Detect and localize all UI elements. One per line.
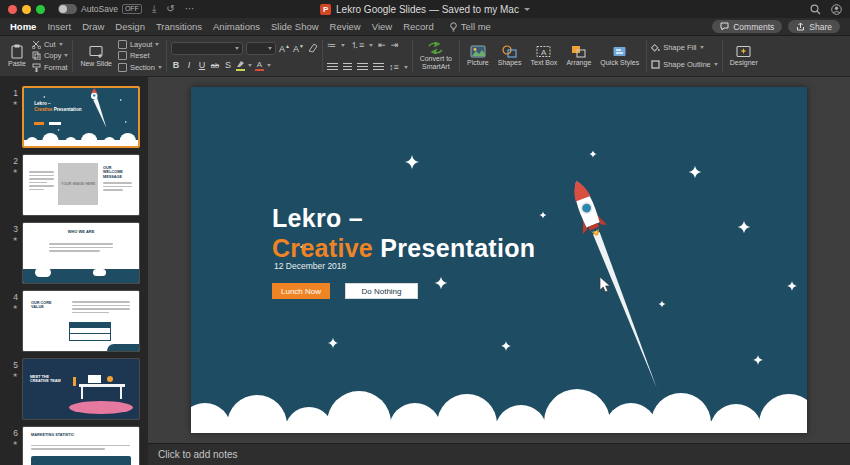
picture-label: Picture: [467, 59, 489, 67]
tab-design[interactable]: Design: [115, 21, 145, 32]
transition-star-icon: ★: [13, 371, 18, 378]
bold-button[interactable]: B: [171, 59, 181, 72]
paste-button[interactable]: Paste: [5, 38, 29, 74]
highlight-color-button[interactable]: [236, 60, 245, 71]
slide-number: 1: [13, 88, 18, 98]
slide-thumbnail-5[interactable]: MEET THE CREATIVE TEAM: [22, 358, 140, 420]
search-icon[interactable]: [810, 4, 821, 15]
increase-indent-button[interactable]: ⇥: [391, 40, 399, 50]
italic-button[interactable]: I: [184, 59, 194, 72]
thumb4-text-lines: [72, 299, 130, 315]
font-name-select[interactable]: [171, 42, 243, 55]
slide-date-textbox[interactable]: 12 December 2018: [274, 261, 346, 271]
copy-button[interactable]: Copy: [32, 50, 69, 61]
slide-primary-button[interactable]: Lunch Now: [272, 283, 330, 299]
decrease-font-button[interactable]: A▼: [293, 40, 304, 56]
minimize-window-button[interactable]: [22, 5, 31, 14]
slide-thumbnail-4[interactable]: OUR CORE VALUE: [22, 290, 140, 352]
close-window-button[interactable]: [8, 5, 17, 14]
transition-star-icon: ★: [13, 167, 18, 174]
slide-secondary-button[interactable]: Do Nothing: [345, 283, 418, 299]
align-right-button[interactable]: [357, 63, 368, 71]
format-painter-button[interactable]: Format: [32, 62, 69, 73]
picture-button[interactable]: Picture: [464, 38, 492, 74]
document-title-area[interactable]: P Lekro Google Slides — Saved to my Mac: [320, 4, 530, 15]
undo-icon[interactable]: ↺: [166, 4, 174, 14]
tab-record[interactable]: Record: [403, 21, 434, 32]
shape-outline-label: Shape Outline: [663, 60, 711, 69]
align-center-button[interactable]: [343, 63, 352, 71]
slide-thumbnail-2[interactable]: YOUR IMAGE HERE OUR WELCOME MESSAGE: [22, 154, 140, 216]
strikethrough-button[interactable]: ab: [210, 59, 220, 72]
overflow-icon[interactable]: ⋯: [185, 4, 195, 14]
reset-button[interactable]: Reset: [118, 50, 162, 61]
slide-thumbnail-3[interactable]: WHO WE ARE: [22, 222, 140, 284]
shape-outline-button[interactable]: Shape Outline: [651, 59, 718, 70]
arrange-label: Arrange: [566, 59, 591, 67]
thumb5-heading: MEET THE CREATIVE TEAM: [30, 375, 65, 384]
share-button[interactable]: Share: [788, 20, 840, 33]
convert-to-smartart-button[interactable]: Convert toSmartArt: [417, 38, 455, 74]
cut-label: Cut: [44, 40, 56, 49]
slide-thumbnail-6[interactable]: MARKETING STATISTIC: [22, 426, 140, 465]
thumb3-text-lines: [49, 241, 114, 254]
chevron-down-icon: [404, 66, 408, 69]
font-color-button[interactable]: A: [255, 61, 264, 71]
share-icon: [796, 22, 805, 31]
tab-draw[interactable]: Draw: [82, 21, 104, 32]
thumb3-heading: WHO WE ARE: [23, 229, 139, 234]
font-size-select[interactable]: [246, 42, 276, 55]
thumbnail-row-5: 5★ MEET THE CREATIVE TEAM: [0, 355, 148, 423]
tab-animations[interactable]: Animations: [213, 21, 260, 32]
bullet-list-button[interactable]: ≔: [327, 40, 336, 50]
paste-label: Paste: [8, 60, 26, 68]
line-spacing-button[interactable]: ↕≡: [389, 62, 399, 72]
designer-button[interactable]: Designer: [727, 38, 761, 74]
thumb1-title: Lekro – Creative Presentation: [34, 101, 81, 113]
section-button[interactable]: Section: [118, 62, 162, 73]
decrease-indent-button[interactable]: ⇤: [378, 40, 386, 50]
shapes-button[interactable]: Shapes: [495, 38, 525, 74]
chevron-down-icon: [64, 54, 68, 57]
tab-transitions[interactable]: Transitions: [156, 21, 202, 32]
tell-me-button[interactable]: Tell me: [449, 21, 491, 32]
shape-fill-button[interactable]: Shape Fill: [651, 42, 718, 53]
clouds: [191, 389, 807, 433]
autosave-toggle[interactable]: AutoSave OFF: [58, 4, 142, 14]
tab-review[interactable]: Review: [330, 21, 361, 32]
quick-styles-button[interactable]: Quick Styles: [597, 38, 642, 74]
slide-thumbnail-1[interactable]: Lekro – Creative Presentation: [22, 86, 140, 148]
numbered-list-button[interactable]: ⒈≡: [350, 40, 364, 50]
cut-button[interactable]: Cut: [32, 39, 69, 50]
clear-formatting-icon[interactable]: [307, 43, 318, 53]
paint-bucket-icon: [651, 43, 660, 52]
text-box-button[interactable]: A Text Box: [528, 38, 561, 74]
layout-button[interactable]: Layout: [118, 39, 162, 50]
current-slide[interactable]: Lekro – Creative Presentation 12 Decembe…: [191, 87, 807, 433]
text-box-icon: A: [536, 45, 551, 58]
tab-insert[interactable]: Insert: [47, 21, 71, 32]
justify-button[interactable]: [373, 63, 384, 71]
thumb2-image-placeholder: YOUR IMAGE HERE: [58, 163, 99, 205]
chevron-down-icon: [524, 8, 530, 11]
increase-font-button[interactable]: A▲: [279, 40, 290, 56]
tab-view[interactable]: View: [372, 21, 392, 32]
save-icon[interactable]: ⤓: [152, 4, 156, 14]
align-left-button[interactable]: [327, 63, 338, 71]
chevron-down-icon: [158, 66, 162, 69]
underline-button[interactable]: U: [197, 59, 207, 72]
slide-title-textbox[interactable]: Lekro – Creative Presentation: [272, 203, 535, 263]
notes-pane[interactable]: Click to add notes: [148, 443, 850, 465]
highlighter-icon: [236, 60, 245, 68]
comments-button[interactable]: Comments: [712, 20, 782, 33]
tab-slide-show[interactable]: Slide Show: [271, 21, 319, 32]
new-slide-button[interactable]: New Slide: [77, 38, 115, 74]
thumb5-desk-leg: [120, 387, 122, 399]
account-icon[interactable]: [831, 4, 842, 15]
tab-home[interactable]: Home: [10, 21, 36, 32]
zoom-window-button[interactable]: [36, 5, 45, 14]
ribbon-tab-bar: Home Insert Draw Design Transitions Anim…: [0, 18, 850, 35]
text-shadow-button[interactable]: S: [223, 59, 233, 72]
slide-editor-canvas[interactable]: Lekro – Creative Presentation 12 Decembe…: [148, 77, 850, 443]
arrange-button[interactable]: Arrange: [563, 38, 594, 74]
